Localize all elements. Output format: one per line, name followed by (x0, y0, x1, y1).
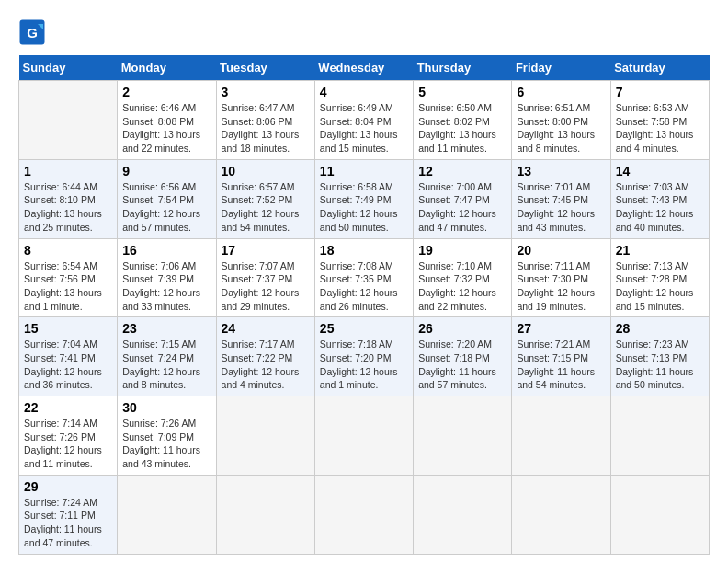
calendar-cell: 3Sunrise: 6:47 AMSunset: 8:06 PMDaylight… (216, 81, 314, 160)
day-number: 3 (222, 85, 310, 99)
calendar-cell: 17Sunrise: 7:07 AMSunset: 7:37 PMDayligh… (216, 238, 314, 317)
cell-content: Sunrise: 6:50 AMSunset: 8:02 PMDaylight:… (418, 102, 496, 154)
calendar-cell: 5Sunrise: 6:50 AMSunset: 8:02 PMDaylight… (414, 81, 512, 160)
calendar-week-0: 2Sunrise: 6:46 AMSunset: 8:08 PMDaylight… (19, 81, 710, 160)
cell-content: Sunrise: 7:20 AMSunset: 7:18 PMDaylight:… (418, 339, 496, 390)
page-header: G (18, 18, 710, 46)
cell-content: Sunrise: 7:06 AMSunset: 7:39 PMDaylight:… (122, 260, 200, 312)
calendar-cell (610, 396, 709, 476)
cell-content: Sunrise: 7:13 AMSunset: 7:28 PMDaylight:… (616, 260, 694, 312)
weekday-header-row: SundayMondayTuesdayWednesdayThursdayFrid… (19, 55, 710, 81)
calendar-cell: 13Sunrise: 7:01 AMSunset: 7:45 PMDayligh… (512, 159, 610, 238)
calendar-cell: 14Sunrise: 7:03 AMSunset: 7:43 PMDayligh… (610, 159, 709, 238)
calendar-cell: 26Sunrise: 7:20 AMSunset: 7:18 PMDayligh… (414, 317, 512, 396)
calendar-cell: 10Sunrise: 6:57 AMSunset: 7:52 PMDayligh… (216, 159, 314, 238)
calendar-cell: 12Sunrise: 7:00 AMSunset: 7:47 PMDayligh… (414, 159, 512, 238)
cell-content: Sunrise: 6:49 AMSunset: 8:04 PMDaylight:… (320, 102, 398, 154)
day-number: 9 (122, 164, 210, 178)
cell-content: Sunrise: 7:21 AMSunset: 7:15 PMDaylight:… (517, 339, 595, 390)
cell-content: Sunrise: 6:51 AMSunset: 8:00 PMDaylight:… (517, 102, 595, 154)
logo-icon: G (18, 18, 46, 46)
calendar-cell: 18Sunrise: 7:08 AMSunset: 7:35 PMDayligh… (314, 238, 413, 317)
calendar-cell: 30Sunrise: 7:26 AMSunset: 7:09 PMDayligh… (118, 396, 216, 476)
calendar-cell: 16Sunrise: 7:06 AMSunset: 7:39 PMDayligh… (118, 238, 216, 317)
day-number: 2 (122, 85, 210, 99)
calendar-week-2: 8Sunrise: 6:54 AMSunset: 7:56 PMDaylight… (19, 238, 710, 317)
svg-text:G: G (27, 25, 38, 40)
day-number: 22 (24, 400, 112, 415)
cell-content: Sunrise: 7:15 AMSunset: 7:24 PMDaylight:… (122, 339, 200, 390)
cell-content: Sunrise: 7:03 AMSunset: 7:43 PMDaylight:… (616, 181, 694, 233)
day-number: 30 (122, 400, 210, 415)
day-number: 17 (222, 243, 310, 258)
day-number: 20 (517, 243, 605, 258)
cell-content: Sunrise: 6:53 AMSunset: 7:58 PMDaylight:… (616, 102, 694, 154)
cell-content: Sunrise: 7:04 AMSunset: 7:41 PMDaylight:… (24, 339, 102, 390)
calendar-cell (314, 396, 413, 476)
cell-content: Sunrise: 6:57 AMSunset: 7:52 PMDaylight:… (222, 181, 300, 233)
calendar-week-3: 15Sunrise: 7:04 AMSunset: 7:41 PMDayligh… (19, 317, 710, 396)
calendar-cell: 24Sunrise: 7:17 AMSunset: 7:22 PMDayligh… (216, 317, 314, 396)
calendar-cell: 25Sunrise: 7:18 AMSunset: 7:20 PMDayligh… (314, 317, 413, 396)
day-number: 7 (616, 85, 704, 99)
cell-content: Sunrise: 7:26 AMSunset: 7:09 PMDaylight:… (122, 418, 200, 469)
calendar-cell: 20Sunrise: 7:11 AMSunset: 7:30 PMDayligh… (512, 238, 610, 317)
calendar-cell: 15Sunrise: 7:04 AMSunset: 7:41 PMDayligh… (19, 317, 118, 396)
calendar-cell: 27Sunrise: 7:21 AMSunset: 7:15 PMDayligh… (512, 317, 610, 396)
calendar-cell: 22Sunrise: 7:14 AMSunset: 7:26 PMDayligh… (19, 396, 118, 476)
calendar-week-5: 29Sunrise: 7:24 AMSunset: 7:11 PMDayligh… (19, 475, 710, 554)
day-number: 10 (222, 164, 310, 178)
cell-content: Sunrise: 7:18 AMSunset: 7:20 PMDaylight:… (320, 339, 398, 390)
weekday-header-monday: Monday (118, 55, 216, 81)
day-number: 19 (418, 243, 506, 258)
calendar-cell: 7Sunrise: 6:53 AMSunset: 7:58 PMDaylight… (610, 81, 709, 160)
cell-content: Sunrise: 6:47 AMSunset: 8:06 PMDaylight:… (222, 102, 300, 154)
calendar-cell: 6Sunrise: 6:51 AMSunset: 8:00 PMDaylight… (512, 81, 610, 160)
cell-content: Sunrise: 6:54 AMSunset: 7:56 PMDaylight:… (24, 260, 102, 312)
day-number: 1 (24, 164, 112, 178)
cell-content: Sunrise: 7:01 AMSunset: 7:45 PMDaylight:… (517, 181, 595, 233)
weekday-header-wednesday: Wednesday (314, 55, 413, 81)
day-number: 21 (616, 243, 704, 258)
day-number: 14 (616, 164, 704, 178)
calendar-cell (414, 475, 512, 554)
weekday-header-sunday: Sunday (19, 55, 118, 81)
cell-content: Sunrise: 7:23 AMSunset: 7:13 PMDaylight:… (616, 339, 694, 390)
calendar-cell (118, 475, 216, 554)
cell-content: Sunrise: 7:00 AMSunset: 7:47 PMDaylight:… (418, 181, 496, 233)
day-number: 16 (122, 243, 210, 258)
day-number: 13 (517, 164, 605, 178)
calendar-cell: 19Sunrise: 7:10 AMSunset: 7:32 PMDayligh… (414, 238, 512, 317)
cell-content: Sunrise: 7:10 AMSunset: 7:32 PMDaylight:… (418, 260, 496, 312)
calendar-cell (216, 475, 314, 554)
day-number: 24 (222, 321, 310, 336)
cell-content: Sunrise: 6:56 AMSunset: 7:54 PMDaylight:… (122, 181, 200, 233)
day-number: 27 (517, 321, 605, 336)
cell-content: Sunrise: 7:11 AMSunset: 7:30 PMDaylight:… (517, 260, 595, 312)
cell-content: Sunrise: 7:17 AMSunset: 7:22 PMDaylight:… (222, 339, 300, 390)
day-number: 26 (418, 321, 506, 336)
calendar-cell: 2Sunrise: 6:46 AMSunset: 8:08 PMDaylight… (118, 81, 216, 160)
cell-content: Sunrise: 7:07 AMSunset: 7:37 PMDaylight:… (222, 260, 300, 312)
calendar-cell: 1Sunrise: 6:44 AMSunset: 8:10 PMDaylight… (19, 159, 118, 238)
weekday-header-thursday: Thursday (414, 55, 512, 81)
calendar-cell: 29Sunrise: 7:24 AMSunset: 7:11 PMDayligh… (19, 475, 118, 554)
calendar-cell: 9Sunrise: 6:56 AMSunset: 7:54 PMDaylight… (118, 159, 216, 238)
day-number: 28 (616, 321, 704, 336)
day-number: 25 (320, 321, 408, 336)
calendar-week-1: 1Sunrise: 6:44 AMSunset: 8:10 PMDaylight… (19, 159, 710, 238)
calendar-week-4: 22Sunrise: 7:14 AMSunset: 7:26 PMDayligh… (19, 396, 710, 476)
cell-content: Sunrise: 7:24 AMSunset: 7:11 PMDaylight:… (24, 497, 102, 548)
day-number: 4 (320, 85, 408, 99)
cell-content: Sunrise: 6:44 AMSunset: 8:10 PMDaylight:… (24, 181, 102, 233)
calendar-cell: 11Sunrise: 6:58 AMSunset: 7:49 PMDayligh… (314, 159, 413, 238)
weekday-header-saturday: Saturday (610, 55, 709, 81)
calendar-cell (216, 396, 314, 476)
calendar-cell (512, 475, 610, 554)
calendar-cell: 23Sunrise: 7:15 AMSunset: 7:24 PMDayligh… (118, 317, 216, 396)
logo: G (18, 18, 50, 46)
calendar-cell (512, 396, 610, 476)
cell-content: Sunrise: 7:08 AMSunset: 7:35 PMDaylight:… (320, 260, 398, 312)
day-number: 23 (122, 321, 210, 336)
day-number: 8 (24, 243, 112, 258)
